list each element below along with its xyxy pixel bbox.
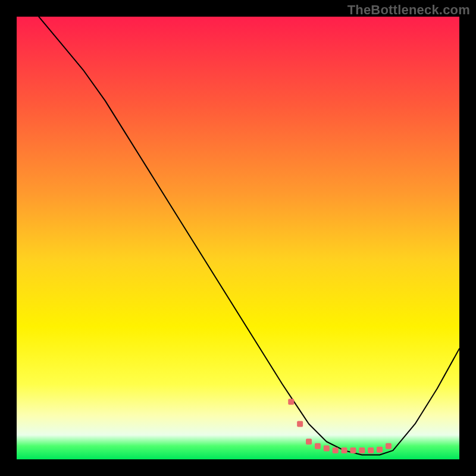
watermark-text: TheBottleneck.com xyxy=(347,2,470,18)
marker-point xyxy=(297,421,303,427)
marker-point xyxy=(342,447,347,453)
chart-svg xyxy=(0,0,476,476)
marker-point xyxy=(386,443,392,449)
marker-point xyxy=(324,445,330,451)
marker-point xyxy=(368,447,374,453)
marker-point xyxy=(377,447,383,453)
plot-background xyxy=(17,17,459,459)
marker-point xyxy=(306,439,312,444)
marker-point xyxy=(288,399,294,405)
marker-point xyxy=(333,447,339,453)
marker-point xyxy=(359,447,365,453)
marker-point xyxy=(350,447,356,453)
chart-container: TheBottleneck.com xyxy=(0,0,476,476)
marker-point xyxy=(315,443,321,449)
